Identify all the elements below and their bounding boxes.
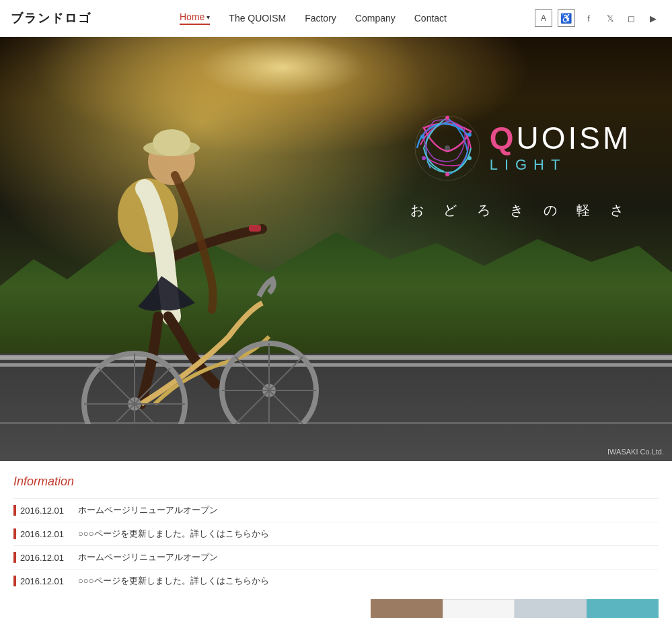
list-item: 2016.12.01 ホームページリニューアルオープン [13, 498, 659, 522]
main-nav: Home ▾ The QUOISM Factory Company Contac… [180, 11, 447, 25]
info-text[interactable]: ○○○ページを更新しました。詳しくはこちらから [78, 528, 269, 540]
svg-point-24 [445, 145, 450, 151]
date-bar-icon [13, 528, 16, 539]
brand-row: QUOISM LIGHT [410, 111, 632, 185]
info-text: ホームページリニューアルオープン [78, 504, 218, 516]
swatch-brown[interactable] [371, 599, 443, 618]
instagram-icon[interactable]: ◻ [624, 10, 640, 26]
chevron-down-icon: ▾ [207, 13, 210, 21]
date-bar-icon [13, 505, 16, 516]
color-swatches [13, 599, 659, 618]
list-item: 2016.12.01 ○○○ページを更新しました。詳しくはこちらから [13, 569, 659, 592]
nav-item-factory[interactable]: Factory [305, 13, 336, 24]
youtube-icon[interactable]: ▶ [645, 10, 661, 26]
swatch-lavender[interactable] [515, 599, 587, 618]
svg-point-18 [445, 116, 449, 120]
a-icon[interactable]: A [535, 9, 552, 27]
nav-item-company[interactable]: Company [355, 13, 396, 24]
svg-point-19 [468, 133, 472, 137]
info-date: 2016.12.01 [20, 506, 67, 516]
info-text[interactable]: ○○○ページを更新しました。詳しくはこちらから [78, 575, 269, 587]
svg-point-23 [420, 135, 424, 139]
svg-point-21 [445, 172, 449, 176]
info-date: 2016.12.01 [20, 576, 67, 586]
twitter-icon[interactable]: 𝕏 [602, 10, 618, 26]
brand-name: QUOISM [490, 123, 632, 153]
hero-tagline: お ど ろ き の 軽 さ [410, 201, 632, 219]
date-marker: 2016.12.01 [13, 576, 67, 586]
date-marker: 2016.12.01 [13, 505, 67, 516]
info-text: ホームページリニューアルオープン [78, 551, 218, 563]
hero-banner: QUOISM LIGHT お ど ろ き の 軽 さ IWASAKI Co.Lt… [0, 37, 672, 461]
brand-text: QUOISM LIGHT [490, 123, 632, 174]
date-marker: 2016.12.01 [13, 552, 67, 563]
social-icons: A ♿ f 𝕏 ◻ ▶ [535, 9, 661, 27]
site-logo: ブランドロゴ [11, 10, 91, 26]
date-marker: 2016.12.01 [13, 528, 67, 539]
swatch-teal[interactable] [587, 599, 659, 618]
facebook-icon[interactable]: f [581, 10, 597, 26]
date-bar-icon [13, 576, 16, 586]
info-date: 2016.12.01 [20, 553, 67, 563]
date-bar-icon [13, 552, 16, 563]
brand-subtitle: LIGHT [490, 156, 632, 174]
list-item: 2016.12.01 ホームページリニューアルオープン [13, 545, 659, 569]
svg-point-3 [153, 129, 190, 156]
hero-credit: IWASAKI Co.Ltd. [607, 448, 664, 456]
info-date: 2016.12.01 [20, 529, 67, 539]
list-item: 2016.12.01 ○○○ページを更新しました。詳しくはこちらから [13, 522, 659, 545]
header: ブランドロゴ Home ▾ The QUOISM Factory Company… [0, 0, 672, 37]
accessibility-icon[interactable]: ♿ [558, 9, 575, 27]
info-title: Information [13, 475, 659, 489]
svg-point-20 [468, 156, 472, 160]
quoism-globe-icon [410, 111, 484, 185]
nav-item-home[interactable]: Home ▾ [180, 11, 210, 25]
swatch-white[interactable] [443, 599, 515, 618]
svg-point-22 [422, 156, 426, 160]
nav-item-contact[interactable]: Contact [414, 13, 447, 24]
svg-rect-16 [249, 225, 261, 232]
cyclist-figure [20, 81, 323, 424]
hero-logo-area: QUOISM LIGHT お ど ろ き の 軽 さ [410, 104, 632, 219]
info-section: Information 2016.12.01 ホームページリニューアルオープン … [0, 461, 672, 618]
brand-q: Q [490, 121, 517, 156]
nav-item-quoism[interactable]: The QUOISM [229, 13, 286, 24]
